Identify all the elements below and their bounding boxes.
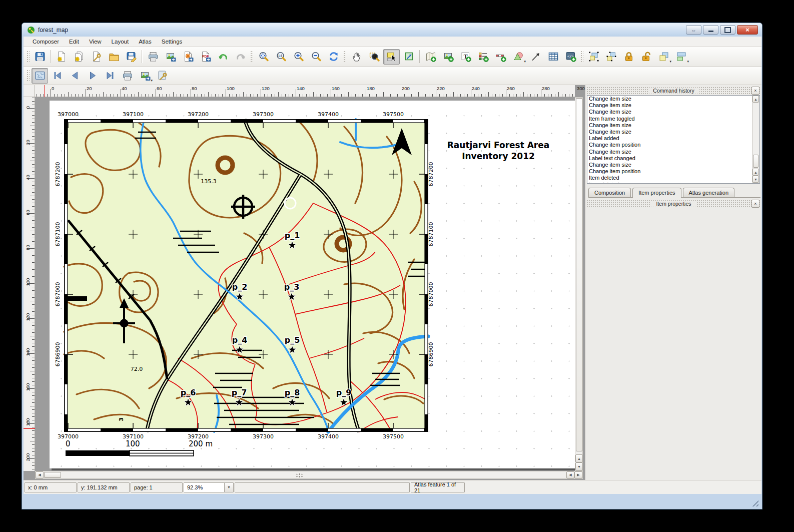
dropdown-arrow-icon[interactable]: ▾ [687, 60, 689, 64]
add-scalebar-button[interactable] [492, 49, 509, 65]
atlas-first-feature-button[interactable] [49, 68, 66, 84]
select-move-item-button[interactable] [383, 49, 400, 65]
add-label-button[interactable]: T [457, 49, 474, 65]
command-history-list[interactable]: Change item sizeChange item sizeChange i… [587, 95, 760, 184]
scroll-left-button-2[interactable]: ◀ [566, 471, 574, 478]
atlas-last-feature-button[interactable] [102, 68, 118, 84]
atlas-settings-button[interactable] [154, 68, 171, 84]
menu-settings[interactable]: Settings [157, 37, 188, 46]
atlas-previous-feature-button[interactable] [67, 68, 83, 84]
tab-composition[interactable]: Composition [588, 188, 631, 197]
canvas-vertical-scrollbar[interactable]: ▲ ▼ [575, 97, 583, 471]
command-history-item[interactable]: Change item position [587, 142, 759, 148]
menu-layout[interactable]: Layout [107, 37, 134, 46]
scroll-down-button[interactable]: ▼ [575, 462, 583, 470]
raise-items-button[interactable]: ▾ [655, 49, 672, 65]
export-svg-button[interactable] [180, 49, 196, 65]
load-template-button[interactable] [106, 49, 122, 65]
command-history-item[interactable]: Change item size [587, 162, 759, 168]
group-items-button[interactable] [585, 49, 602, 65]
resize-grip[interactable] [750, 498, 758, 506]
command-history-item[interactable]: Change item size [587, 96, 759, 102]
toolbar-grip[interactable] [580, 50, 583, 63]
minimize-button[interactable] [703, 25, 718, 35]
pan-button[interactable] [348, 49, 365, 65]
zoom-region-button[interactable] [366, 49, 382, 65]
scroll-up-button[interactable]: ▲ [752, 96, 759, 103]
toolbar-grip[interactable] [250, 50, 253, 63]
add-legend-button[interactable] [475, 49, 491, 65]
duplicate-composition-button[interactable] [71, 49, 87, 65]
ungroup-items-button[interactable] [603, 49, 619, 65]
align-items-button[interactable]: ▾ [673, 49, 689, 65]
add-image-button[interactable] [440, 49, 456, 65]
save-project-button[interactable] [32, 49, 48, 65]
canvas-horizontal-scrollbar[interactable]: ◀ ◀ ▶ [35, 471, 583, 479]
chevron-down-icon[interactable]: ▼ [224, 483, 233, 492]
scalebar-item[interactable]: 0100200 m [65, 440, 215, 460]
dropdown-arrow-icon[interactable]: ▾ [669, 60, 671, 64]
redo-button[interactable] [232, 49, 249, 65]
undo-button[interactable] [215, 49, 231, 65]
add-shape-button[interactable]: ▾ [510, 49, 526, 65]
scroll-down-button[interactable]: ▼ [752, 176, 759, 183]
export-atlas-image-button[interactable]: ▾ [137, 68, 153, 84]
add-html-frame-button[interactable]: </> [562, 49, 579, 65]
composer-canvas[interactable]: 3970003970003971003971003972003972003973… [35, 97, 575, 471]
command-history-item[interactable]: Item deleted [587, 175, 759, 181]
command-history-item[interactable]: Change item size [587, 149, 759, 155]
paper-sheet[interactable]: 3970003970003971003971003972003972003973… [50, 101, 575, 468]
zoom-actual-button[interactable]: 1:1 [273, 49, 289, 65]
command-history-item[interactable]: Change item position [587, 168, 759, 175]
command-history-header[interactable]: Command history × [586, 87, 761, 95]
add-new-map-button[interactable] [422, 49, 439, 65]
status-zoom-level[interactable]: 92.3%▼ [184, 482, 234, 492]
scroll-right-button[interactable]: ▶ [574, 471, 582, 478]
atlas-next-feature-button[interactable] [84, 68, 101, 84]
splitter-handle[interactable] [296, 473, 304, 477]
zoom-full-button[interactable] [255, 49, 272, 65]
scroll-up-button-2[interactable]: ▲ [752, 169, 759, 176]
menu-edit[interactable]: Edit [64, 37, 84, 46]
zoom-out-button[interactable] [308, 49, 324, 65]
tab-atlas-generation[interactable]: Atlas generation [683, 188, 735, 197]
resize-toggle-button[interactable]: ⇔ [686, 25, 701, 35]
menu-atlas[interactable]: Atlas [134, 37, 157, 46]
print-button[interactable] [145, 49, 161, 65]
new-composition-button[interactable] [53, 49, 70, 65]
save-as-template-button[interactable] [123, 49, 140, 65]
title-bar[interactable]: forest_map ⇔× [22, 23, 762, 37]
refresh-view-button[interactable] [325, 49, 342, 65]
zoom-in-button[interactable] [290, 49, 307, 65]
toolbar-grip[interactable] [26, 50, 30, 63]
command-history-item[interactable]: Label text changed [587, 155, 759, 162]
command-history-item[interactable]: Item deleted [587, 182, 759, 184]
command-history-item[interactable]: Change item size [587, 109, 759, 115]
toolbar-grip[interactable] [26, 69, 30, 82]
scroll-up-button[interactable]: ▲ [575, 454, 583, 462]
command-history-item[interactable]: Change item size [587, 102, 759, 109]
unlock-items-button[interactable] [638, 49, 654, 65]
command-history-item[interactable]: Label added [587, 135, 759, 142]
add-attribute-table-button[interactable] [545, 49, 561, 65]
maximize-button[interactable] [720, 25, 735, 35]
menu-composer[interactable]: Composer [28, 37, 64, 46]
item-properties-header[interactable]: Item properties × [586, 200, 761, 208]
command-history-item[interactable]: Change item size [587, 129, 759, 135]
close-icon[interactable]: × [751, 200, 759, 208]
command-history-item[interactable]: Change item size [587, 122, 759, 129]
composer-manager-button[interactable] [88, 49, 105, 65]
move-item-content-button[interactable] [401, 49, 417, 65]
preview-atlas-button[interactable] [32, 68, 48, 84]
menu-view[interactable]: View [84, 37, 107, 46]
lock-items-button[interactable] [620, 49, 637, 65]
export-image-button[interactable] [162, 49, 179, 65]
toolbar-grip[interactable] [343, 50, 346, 63]
scroll-left-button[interactable]: ◀ [36, 471, 44, 478]
command-history-scrollbar[interactable]: ▲ ▲ ▼ [752, 96, 759, 183]
close-icon[interactable]: × [751, 87, 759, 95]
export-pdf-button[interactable]: PDF [197, 49, 214, 65]
map-item[interactable]: 3970003970003971003971003972003972003973… [49, 110, 443, 444]
dropdown-arrow-icon[interactable]: ▾ [151, 79, 153, 83]
dropdown-arrow-icon[interactable]: ▾ [524, 60, 526, 64]
